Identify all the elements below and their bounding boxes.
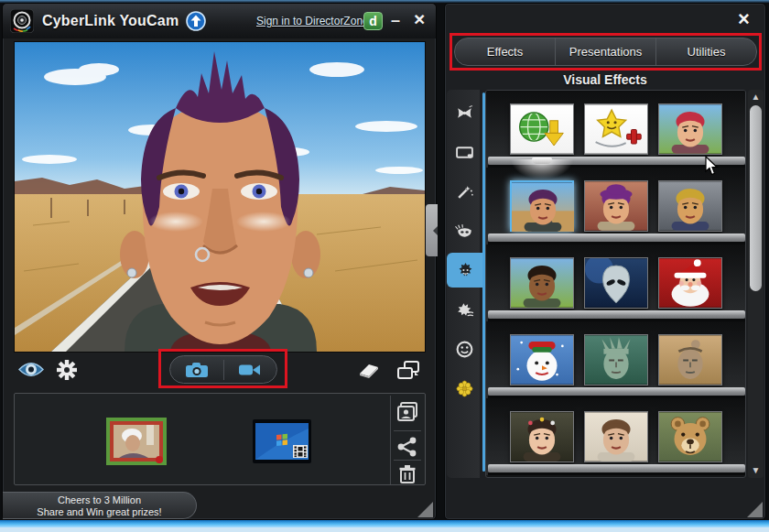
settings-gear-icon[interactable] [56, 359, 78, 381]
shelf-shadow [488, 472, 745, 475]
promo-banner[interactable]: Cheers to 3 Million Share and Win great … [3, 492, 197, 519]
screen-edge [0, 527, 769, 532]
face-tracking-eye-icon[interactable] [17, 361, 45, 378]
filters-icon [455, 182, 474, 201]
eraser-clear-effect-icon[interactable] [356, 363, 380, 378]
sidebar-category-distortions[interactable] [447, 292, 482, 327]
tab-effects[interactable]: Effects [455, 38, 556, 65]
effect-thumb-download-more-avatars[interactable] [510, 103, 574, 155]
effect-thumb-countryside-avatar[interactable] [510, 257, 574, 309]
resize-grip[interactable] [747, 502, 763, 517]
shelf-ledge [488, 233, 745, 242]
window-glow-edge [0, 520, 769, 527]
title-bar: CyberLink YouCam Sign in to DirectorZone… [3, 4, 436, 38]
scroll-up-button[interactable]: ▲ [748, 92, 764, 102]
share-icon[interactable] [396, 436, 418, 458]
effect-thumb-alien-avatar[interactable] [584, 257, 648, 309]
tab-label: Utilities [688, 45, 726, 59]
effect-shelf-row-5 [486, 398, 745, 475]
effect-shelf-row-3 [486, 244, 745, 321]
snapshot-camera-button[interactable] [170, 362, 223, 378]
effect-thumb-snowman-avatar[interactable] [510, 334, 574, 385]
sidebar-category-animation-effects[interactable] [447, 95, 482, 130]
effect-thumb-desert-punk-avatar[interactable] [510, 180, 574, 232]
record-video-button[interactable] [224, 363, 277, 377]
effects-shelf-grid [485, 90, 746, 478]
effects-window: × EffectsPresentationsUtilities Visual E… [444, 3, 766, 520]
gadgets-icon [455, 379, 474, 398]
effect-thumb-suit-man-avatar[interactable] [584, 411, 648, 462]
sidebar-category-filters[interactable] [447, 174, 482, 209]
effect-thumb-purple-hat-palace-avatar[interactable] [584, 180, 648, 232]
sidebar-category-gadgets[interactable] [447, 371, 482, 406]
emotion-effects-icon [455, 340, 474, 359]
signin-directorzone-link[interactable]: Sign in to DirectorZone [256, 15, 369, 27]
frames-icon [455, 143, 474, 162]
shelf-ledge [488, 387, 745, 396]
avatars-icon [456, 261, 475, 280]
effect-thumb-blond-storm-avatar[interactable] [658, 180, 722, 232]
youcam-logo-icon [10, 9, 34, 33]
divider [394, 430, 421, 431]
divider [394, 460, 421, 461]
filmstrip-icon [293, 445, 308, 458]
screenshot-root: CyberLink YouCam Sign in to DirectorZone… [0, 0, 769, 532]
effect-thumb-terracotta-warrior-avatar[interactable] [658, 334, 722, 385]
panel-collapse-handle[interactable] [426, 204, 438, 256]
effect-thumb-create-new-avatar[interactable] [584, 103, 648, 155]
effect-shelf-row-1 [486, 91, 745, 168]
minimize-button[interactable]: – [391, 11, 400, 30]
effect-thumb-statue-of-liberty-avatar[interactable] [584, 334, 648, 385]
photo-gallery-icon[interactable] [396, 401, 418, 423]
main-window: CyberLink YouCam Sign in to DirectorZone… [2, 3, 437, 520]
effect-category-sidebar [447, 90, 480, 478]
capture-gallery-strip [14, 393, 426, 485]
webcam-preview [14, 41, 426, 353]
sidebar-category-avatars[interactable] [447, 253, 484, 288]
divider [390, 396, 391, 484]
promo-line1: Cheers to 3 Million [3, 494, 196, 506]
sidebar-category-emotion-effects[interactable] [447, 331, 482, 366]
effect-shelf-row-4 [486, 321, 745, 398]
promo-line2: Share and Win great prizes! [3, 506, 196, 518]
effect-thumb-teddy-bear-avatar[interactable] [658, 411, 722, 462]
effects-scrollbar: ▲ ▼ [748, 90, 764, 478]
capture-button-group [169, 355, 277, 384]
shelf-ledge [488, 310, 745, 319]
gallery-video-thumbnail[interactable] [253, 419, 311, 463]
shelf-ledge [488, 464, 745, 472]
sidebar-category-masks[interactable] [447, 213, 482, 248]
close-effects-button[interactable]: × [738, 7, 750, 31]
effect-shelf-row-2 [486, 168, 745, 244]
app-title: CyberLink YouCam [42, 13, 179, 29]
avatar-scene [15, 42, 425, 352]
scroll-down-button[interactable]: ▼ [748, 465, 764, 475]
tab-presentations[interactable]: Presentations [556, 38, 656, 65]
masks-icon [455, 222, 474, 241]
effect-thumb-red-hair-country-avatar[interactable] [658, 103, 722, 155]
scrollbar-thumb[interactable] [750, 105, 762, 291]
close-button[interactable]: × [414, 8, 425, 30]
delete-trash-icon[interactable] [396, 463, 418, 485]
chevron-left-icon [428, 226, 438, 235]
upgrade-icon[interactable] [186, 11, 206, 31]
animation-effects-icon [455, 103, 474, 123]
sidebar-category-frames[interactable] [447, 135, 482, 169]
effect-thumb-santa-avatar[interactable] [658, 257, 722, 309]
distortions-icon [455, 300, 474, 320]
resize-grip[interactable] [417, 502, 433, 517]
tab-utilities[interactable]: Utilities [656, 38, 756, 65]
effect-thumb-flower-hair-avatar[interactable] [510, 411, 574, 462]
section-title: Visual Effects [445, 72, 765, 87]
dual-display-swap-icon[interactable] [396, 360, 420, 380]
shelf-ledge [488, 157, 745, 165]
gallery-photo-thumbnail[interactable] [106, 418, 167, 465]
tab-label: Presentations [569, 45, 643, 59]
tab-label: Effects [487, 45, 524, 59]
directorzone-icon[interactable]: d [363, 12, 383, 30]
effects-tab-bar: EffectsPresentationsUtilities [454, 38, 757, 66]
